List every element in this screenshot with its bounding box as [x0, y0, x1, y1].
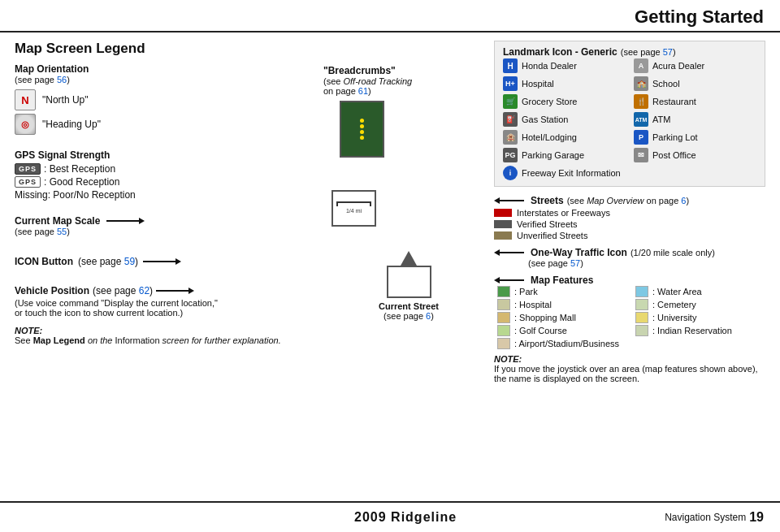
- oneway-title: One-Way Traffic Icon: [531, 247, 627, 258]
- verified-label: Verified Streets: [517, 219, 578, 229]
- current-street-page-link[interactable]: 6: [426, 311, 431, 321]
- bc-dot-3: [360, 130, 364, 134]
- street-interstate: Interstates or Freeways: [494, 208, 765, 218]
- left-note-title: NOTE:: [15, 326, 315, 335]
- landmark-section: Landmark Icon - Generic (see page 57) H …: [494, 41, 765, 187]
- feature-indian: : Indian Reservation: [635, 325, 765, 336]
- feature-cemetery: : Cemetery: [635, 299, 765, 310]
- landmark-parking-lot: P Parking Lot: [634, 129, 756, 145]
- gas-icon: ⛽: [503, 112, 518, 127]
- map-scale-section: Current Map Scale (see page 55): [15, 215, 315, 236]
- streets-arrow-head: [494, 197, 500, 204]
- map-legend-em: on the: [88, 335, 113, 345]
- left-note-body: See Map Legend on the Information screen…: [15, 335, 315, 345]
- right-note-title: NOTE:: [494, 354, 765, 364]
- bc-dot-1: [360, 119, 364, 123]
- landmark-hotel: 🏨 Hotel/Lodging: [503, 129, 626, 145]
- unverified-label: Unverified Streets: [517, 231, 587, 240]
- streets-page-link[interactable]: 6: [681, 196, 686, 205]
- breadcrumbs-sub2: on page 61): [323, 86, 478, 96]
- map-scale-visual: 1/4 mi: [323, 190, 478, 227]
- honda-label: Honda Dealer: [522, 61, 577, 71]
- breadcrumbs-label: "Breadcrumbs": [323, 65, 478, 76]
- center-column: "Breadcrumbs" (see Off-road Tracking on …: [315, 41, 478, 487]
- oneway-page-link[interactable]: 57: [570, 258, 580, 268]
- hospital-feat-label: : Hospital: [514, 300, 552, 309]
- park-label: : Park: [514, 287, 538, 296]
- landmark-grocery: 🛒 Grocery Store: [503, 93, 626, 110]
- hospital-feat-color: [497, 299, 510, 310]
- map-orientation-label-row: Map Orientation: [15, 63, 315, 75]
- gps-good-icon: GPS: [15, 176, 41, 188]
- honda-icon: H: [503, 58, 518, 73]
- grocery-label: Grocery Store: [522, 97, 577, 106]
- gps-good-label: : Good Reception: [44, 176, 119, 188]
- park-color: [497, 286, 510, 297]
- map-orientation-page-link[interactable]: 56: [57, 75, 67, 84]
- atm-label: ATM: [652, 115, 670, 124]
- landmark-atm: ATM ATM: [634, 111, 756, 128]
- water-color: [635, 286, 648, 297]
- oneway-arrow-head: [494, 249, 500, 256]
- landmark-grid: H Honda Dealer A Acura Dealer H+ Hospita…: [503, 58, 756, 181]
- vehicle-pos-see-page: (see page 62): [93, 285, 153, 296]
- hotel-icon: 🏨: [503, 130, 518, 145]
- breadcrumbs-italic: Off-road Tracking: [343, 76, 412, 86]
- map-scale-page-link[interactable]: 55: [57, 227, 67, 236]
- map-legend-em2: screen for further explanation.: [162, 335, 281, 345]
- footer-nav: Navigation System 19: [665, 510, 764, 525]
- restaurant-label: Restaurant: [652, 97, 696, 106]
- indian-color: [635, 325, 648, 336]
- icon-button-section: ICON Button (see page 59): [15, 256, 315, 267]
- right-note: NOTE: If you move the joystick over an a…: [494, 354, 765, 383]
- landmark-page-link[interactable]: 57: [663, 47, 673, 57]
- gps-best-label: : Best Reception: [44, 163, 115, 175]
- vehicle-position-section: Vehicle Position (see page 62) (Use voic…: [15, 285, 315, 318]
- breadcrumbs-page-link[interactable]: 61: [358, 86, 368, 96]
- school-icon: 🏫: [634, 76, 648, 91]
- landmark-freeway: i Freeway Exit Information: [503, 165, 756, 181]
- feature-park: : Park: [497, 286, 627, 297]
- bc-dot-2: [360, 124, 364, 128]
- freeway-label: Freeway Exit Information: [522, 168, 621, 178]
- current-street-label: Current Street: [379, 301, 439, 311]
- verified-color: [494, 220, 512, 228]
- north-up-label: "North Up": [42, 94, 89, 106]
- acura-label: Acura Dealer: [652, 61, 704, 71]
- feature-hospital: : Hospital: [497, 299, 627, 310]
- streets-map-overview: Map Overview: [587, 196, 644, 205]
- acura-icon: A: [634, 58, 648, 73]
- icon-button-see-page: (see page 59): [78, 256, 138, 267]
- current-street-box: [387, 266, 431, 298]
- atm-icon: ATM: [634, 112, 648, 127]
- cemetery-label: : Cemetery: [652, 300, 696, 309]
- gps-label: GPS Signal Strength: [15, 149, 110, 161]
- page-footer: 2009 Ridgeline Navigation System 19: [0, 501, 780, 532]
- gps-best-icon: GPS: [15, 163, 41, 175]
- main-content: Map Screen Legend Map Orientation (see p…: [0, 32, 780, 487]
- bc-dot-4: [360, 136, 364, 140]
- icon-button-page-link[interactable]: 59: [124, 256, 135, 267]
- hospital-label: Hospital: [522, 79, 554, 89]
- hotel-label: Hotel/Lodging: [522, 132, 577, 142]
- icon-button-label: ICON Button: [15, 256, 73, 267]
- landmark-school: 🏫 School: [634, 76, 756, 92]
- footer-page-num: 19: [749, 510, 764, 525]
- streets-see-page: (see Map Overview on page 6): [567, 196, 689, 205]
- golf-color: [497, 325, 510, 336]
- cemetery-color: [635, 299, 648, 310]
- map-orientation-section: Map Orientation (see page 56) N "North U…: [15, 63, 315, 135]
- vehicle-pos-page-link[interactable]: 62: [139, 285, 150, 296]
- feature-water: : Water Area: [635, 286, 765, 297]
- gps-poor-label: Missing: Poor/No Reception: [15, 189, 315, 201]
- north-up-item: N "North Up": [15, 89, 315, 110]
- landmark-see-page: (see page 57): [621, 47, 676, 57]
- heading-up-item: ◎ "Heading Up": [15, 114, 315, 135]
- footer-nav-label: Navigation System: [665, 512, 746, 523]
- right-column: Landmark Icon - Generic (see page 57) H …: [478, 41, 765, 487]
- landmark-title: Landmark Icon - Generic: [503, 46, 618, 58]
- gas-label: Gas Station: [522, 115, 568, 124]
- oneway-header: One-Way Traffic Icon (1/20 mile scale on…: [494, 247, 765, 258]
- streets-section: Streets (see Map Overview on page 6) Int…: [494, 195, 765, 240]
- vehicle-pos-arrow: [156, 288, 194, 294]
